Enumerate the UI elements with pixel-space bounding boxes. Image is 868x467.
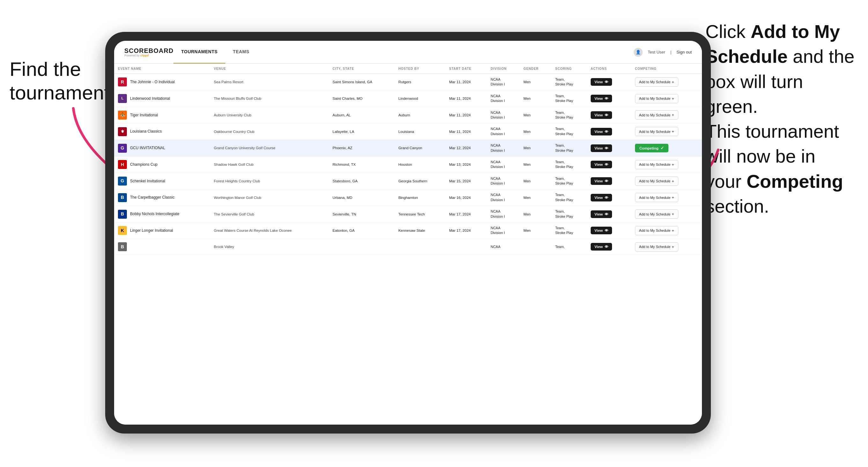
eye-icon: 👁 (605, 212, 608, 216)
add-to-schedule-button[interactable]: Add to My Schedule + (635, 242, 678, 251)
competing-cell: Add to My Schedule + (631, 173, 702, 189)
add-to-schedule-button[interactable]: Add to My Schedule + (635, 226, 678, 235)
tablet-screen: SCOREBOARD Powered by clippd TOURNAMENTS… (114, 41, 702, 425)
add-to-schedule-button[interactable]: Add to My Schedule + (635, 127, 678, 136)
event-name-cell: L Lindenwood Invitational (114, 90, 210, 107)
eye-icon: 👁 (605, 97, 608, 100)
event-name: The Johnnie - O Individual (130, 80, 175, 85)
add-to-schedule-button[interactable]: Add to My Schedule + (635, 160, 678, 169)
table-row: G GCU INVITATIONAL Grand Canyon Universi… (114, 140, 702, 157)
col-city-state: CITY, STATE (329, 64, 394, 74)
view-button[interactable]: View 👁 (591, 145, 612, 152)
competing-button[interactable]: Competing ✓ (635, 144, 669, 152)
venue-cell: Worthington Manor Golf Club (210, 189, 329, 206)
eye-icon: 👁 (605, 245, 608, 249)
city-state-cell: Auburn, AL (329, 107, 394, 123)
venue-cell: Sea Palms Resort (210, 74, 329, 91)
user-icon: 👤 (634, 48, 643, 57)
table-row: G Schenkel Invitational Forest Heights C… (114, 173, 702, 189)
scoring-cell: Team,Stroke Play (552, 90, 587, 107)
event-name-cell: K Linger Longer Invitational (114, 222, 210, 239)
clippd-text: clippd (140, 54, 149, 57)
hosted-by-cell: Auburn (395, 107, 445, 123)
add-to-schedule-button[interactable]: Add to My Schedule + (635, 193, 678, 202)
actions-cell: View 👁 (587, 107, 631, 123)
view-button[interactable]: View 👁 (591, 210, 612, 218)
event-name: The Carpetbagger Classic (130, 195, 174, 200)
sign-out-link[interactable]: Sign out (676, 50, 692, 55)
actions-cell: View 👁 (587, 90, 631, 107)
venue-cell: Great Waters Course At Reynolds Lake Oco… (210, 222, 329, 239)
view-button[interactable]: View 👁 (591, 95, 612, 102)
competing-cell: Add to My Schedule + (631, 206, 702, 222)
event-name: GCU INVITATIONAL (130, 145, 165, 151)
division-cell: NCAADivision I (487, 123, 520, 140)
event-name: Lindenwood Invitational (130, 96, 170, 101)
plus-icon: + (672, 96, 674, 101)
eye-icon: 👁 (605, 80, 608, 84)
city-state-cell: Eatonton, GA (329, 222, 394, 239)
division-cell: NCAADivision I (487, 206, 520, 222)
scoring-cell: Team,Stroke Play (552, 123, 587, 140)
gender-cell: Men (520, 123, 551, 140)
city-state-cell: Statesboro, GA (329, 173, 394, 189)
eye-icon: 👁 (605, 196, 608, 199)
scoring-cell: Team,Stroke Play (552, 173, 587, 189)
table-container[interactable]: EVENT NAME VENUE CITY, STATE HOSTED BY S… (114, 64, 702, 425)
plus-icon: + (672, 245, 674, 249)
venue-cell: Forest Heights Country Club (210, 173, 329, 189)
plus-icon: + (672, 162, 674, 167)
competing-cell: Add to My Schedule + (631, 239, 702, 255)
event-name-cell: G GCU INVITATIONAL (114, 140, 210, 157)
table-row: L Lindenwood Invitational The Missouri B… (114, 90, 702, 107)
check-icon: ✓ (660, 146, 664, 151)
start-date-cell: Mar 17, 2024 (445, 206, 487, 222)
venue-cell: Grand Canyon University Golf Course (210, 140, 329, 157)
hosted-by-cell: Lindenwood (395, 90, 445, 107)
division-cell: NCAADivision I (487, 140, 520, 157)
venue-cell: Auburn University Club (210, 107, 329, 123)
add-to-schedule-button[interactable]: Add to My Schedule + (635, 210, 678, 219)
tab-tournaments[interactable]: TOURNAMENTS (174, 41, 225, 64)
add-to-schedule-label: Add to My Schedule (639, 162, 670, 166)
add-to-schedule-label: Add to My Schedule (639, 113, 670, 117)
division-cell: NCAADivision I (487, 222, 520, 239)
view-button[interactable]: View 👁 (591, 111, 612, 119)
add-to-schedule-button[interactable]: Add to My Schedule + (635, 177, 678, 186)
add-to-schedule-label: Add to My Schedule (639, 228, 670, 232)
add-to-schedule-button[interactable]: Add to My Schedule + (635, 77, 678, 87)
plus-icon: + (672, 212, 674, 216)
view-button[interactable]: View 👁 (591, 128, 612, 135)
scoring-cell: Team,Stroke Play (552, 206, 587, 222)
eye-icon: 👁 (605, 179, 608, 183)
team-logo: K (118, 226, 127, 235)
gender-cell: Men (520, 156, 551, 173)
city-state-cell: Sevierville, TN (329, 206, 394, 222)
tablet: SCOREBOARD Powered by clippd TOURNAMENTS… (105, 32, 711, 434)
add-to-schedule-button[interactable]: Add to My Schedule + (635, 94, 678, 103)
add-to-schedule-button[interactable]: Add to My Schedule + (635, 110, 678, 120)
eye-icon: 👁 (605, 162, 608, 166)
col-division: DIVISION (487, 64, 520, 74)
team-logo: 🐯 (118, 111, 127, 120)
start-date-cell: Mar 17, 2024 (445, 222, 487, 239)
view-button[interactable]: View 👁 (591, 194, 612, 201)
add-to-schedule-label: Add to My Schedule (639, 97, 670, 100)
division-cell: NCAADivision I (487, 107, 520, 123)
nav-tabs: TOURNAMENTS TEAMS (174, 41, 634, 64)
tab-teams[interactable]: TEAMS (225, 41, 257, 64)
view-button[interactable]: View 👁 (591, 177, 612, 185)
plus-icon: + (672, 179, 674, 184)
event-name-cell: B Bobby Nichols Intercollegiate (114, 206, 210, 222)
view-button[interactable]: View 👁 (591, 243, 612, 251)
scoring-cell: Team, (552, 239, 587, 255)
hosted-by-cell: Houston (395, 156, 445, 173)
hosted-by-cell: Tennessee Tech (395, 206, 445, 222)
view-button[interactable]: View 👁 (591, 161, 612, 168)
view-button[interactable]: View 👁 (591, 78, 612, 86)
city-state-cell: Richmond, TX (329, 156, 394, 173)
division-cell: NCAADivision I (487, 156, 520, 173)
gender-cell: Men (520, 222, 551, 239)
team-logo: B (118, 193, 127, 202)
view-button[interactable]: View 👁 (591, 227, 612, 234)
